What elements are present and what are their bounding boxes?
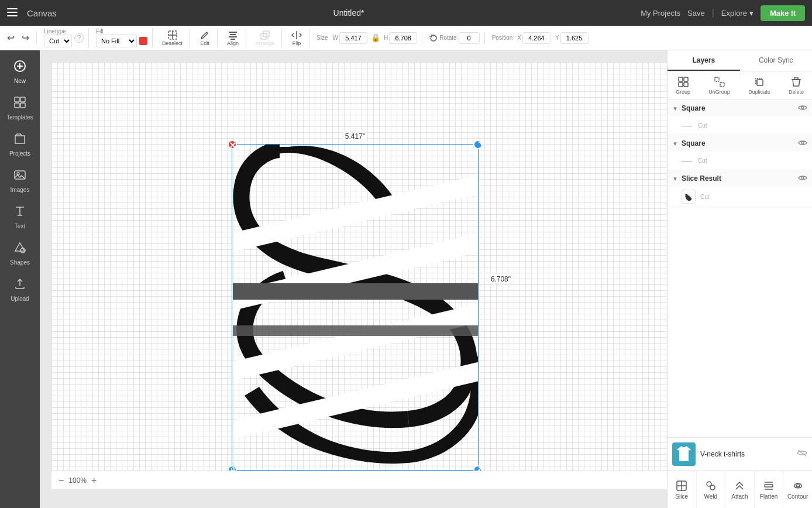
rotate-input[interactable] — [459, 32, 480, 44]
slice-icon — [676, 480, 687, 492]
letter-s-svg — [233, 144, 479, 469]
visibility-icon-1[interactable] — [798, 104, 807, 113]
sidebar-item-new[interactable]: New — [3, 55, 37, 89]
svg-point-40 — [801, 177, 804, 179]
left-sidebar: New Templates Projects — [0, 50, 40, 508]
flatten-button[interactable]: Flatten — [755, 471, 784, 508]
svg-rect-2 — [7, 15, 18, 16]
eye-icon-2 — [798, 139, 807, 146]
redo-button[interactable]: ↪ — [19, 31, 32, 44]
weld-icon — [705, 480, 717, 492]
tab-colorsync[interactable]: Color Sync — [740, 50, 813, 71]
slice-label: Slice — [675, 493, 688, 500]
upload-icon — [13, 277, 26, 294]
make-it-button[interactable]: Make It — [761, 5, 805, 21]
eye-slash-icon — [797, 449, 807, 457]
width-input[interactable] — [339, 32, 367, 44]
duplicate-label: Duplicate — [748, 89, 770, 95]
layer1-type: Cut — [698, 122, 707, 129]
slice-button[interactable]: Slice — [668, 471, 697, 508]
app-logo: Canvas — [27, 8, 57, 18]
zoom-out-button[interactable]: − — [59, 475, 64, 486]
material-name-label: V-neck t-shirts — [700, 450, 792, 458]
canvas-area[interactable]: 0 1 2 3 4 5 6 7 8 9 10 11 12 13 14 2 3 — [40, 50, 667, 508]
fill-color-swatch[interactable] — [139, 37, 147, 45]
sidebar-item-templates[interactable]: Templates — [3, 91, 37, 125]
group-button[interactable]: Group — [672, 75, 694, 96]
sidebar-item-text[interactable]: Text — [3, 200, 37, 234]
layer-section-1: ▼ Square — Cut — [668, 100, 812, 135]
sidebar-item-shapes[interactable]: Shapes — [3, 236, 37, 270]
zoom-in-button[interactable]: + — [91, 475, 97, 486]
visibility-icon-3[interactable] — [798, 174, 807, 183]
layer-section-2-header[interactable]: ▼ Square — [668, 135, 812, 152]
canvas-artwork[interactable] — [233, 144, 479, 471]
weld-button[interactable]: Weld — [697, 471, 726, 508]
align-group: Align — [225, 29, 246, 47]
edit-group: Edit — [197, 29, 218, 47]
attach-button[interactable]: Attach — [725, 471, 755, 508]
svg-rect-17 — [15, 103, 19, 108]
layer1-name: Square — [682, 104, 794, 112]
sidebar-item-images[interactable]: Images — [3, 164, 37, 198]
position-x-input[interactable] — [522, 32, 550, 44]
text-label: Text — [15, 223, 25, 229]
width-dimension-label: 5.417" — [343, 132, 367, 141]
material-hide-icon[interactable] — [797, 449, 807, 459]
svg-rect-31 — [679, 77, 683, 81]
ungroup-label: UnGroup — [708, 89, 730, 95]
linetype-help-icon[interactable]: ? — [74, 33, 84, 43]
tab-layers[interactable]: Layers — [668, 50, 740, 71]
eye-icon-3 — [798, 174, 807, 181]
lock-icon[interactable]: 🔒 — [371, 33, 380, 42]
layer-section-1-header[interactable]: ▼ Square — [668, 100, 812, 116]
save-button[interactable]: Save — [687, 9, 705, 18]
align-button[interactable]: Align — [225, 29, 241, 47]
layer-section-3-header[interactable]: ▼ Slice Result — [668, 170, 812, 187]
visibility-icon-2[interactable] — [798, 139, 807, 148]
layer2-type: Cut — [698, 157, 707, 164]
zoom-level-label: 100% — [68, 476, 87, 485]
layer-item-1[interactable]: — Cut — [668, 116, 812, 135]
shapes-label: Shapes — [10, 259, 30, 266]
explore-arrow-icon: ▾ — [749, 9, 753, 18]
layer-item-3[interactable]: Cut — [668, 187, 812, 207]
svg-rect-11 — [263, 31, 269, 37]
height-dimension-label: 6.708" — [488, 274, 513, 284]
edit-button[interactable]: Edit — [197, 29, 212, 47]
sidebar-item-projects[interactable]: Projects — [3, 128, 37, 162]
dash-icon-1: — — [682, 119, 692, 132]
canvas-title: Untitled* — [66, 8, 631, 18]
layer-item-2[interactable]: — Cut — [668, 152, 812, 170]
contour-button[interactable]: Contour — [783, 471, 812, 508]
plus-icon — [13, 60, 26, 76]
my-projects-link[interactable]: My Projects — [641, 9, 680, 18]
layer3-type: Cut — [700, 194, 710, 200]
height-input[interactable] — [389, 32, 417, 44]
material-thumbnail — [672, 442, 696, 466]
flip-button[interactable]: Flip — [289, 29, 304, 47]
menu-icon[interactable] — [7, 7, 18, 19]
canvas-grid[interactable]: 0 1 2 3 4 5 6 7 8 9 10 11 12 13 14 2 3 — [51, 62, 667, 489]
arrange-button[interactable]: Arrange — [253, 29, 277, 47]
duplicate-button[interactable]: Duplicate — [745, 75, 774, 96]
undo-button[interactable]: ↩ — [5, 31, 17, 44]
fill-select[interactable]: No Fill — [96, 35, 137, 47]
slice-result-icon — [683, 191, 694, 202]
zoom-bar: − 100% + — [51, 471, 667, 489]
linetype-select[interactable]: Cut — [44, 35, 72, 47]
deselect-group: Deselect — [160, 29, 190, 47]
deselect-button[interactable]: Deselect — [160, 29, 185, 47]
images-icon — [13, 169, 26, 185]
group-icon — [677, 76, 689, 88]
ungroup-button[interactable]: UnGroup — [705, 75, 734, 96]
bottom-action-bar: Slice Weld Attach — [668, 471, 812, 508]
explore-link[interactable]: Explore ▾ — [721, 9, 753, 18]
sidebar-item-upload[interactable]: Upload — [3, 273, 37, 307]
delete-button[interactable]: Delete — [785, 75, 807, 96]
material-panel: V-neck t-shirts — [668, 437, 812, 471]
svg-line-24 — [233, 302, 479, 378]
contour-icon — [792, 480, 804, 492]
delete-icon — [790, 76, 802, 88]
position-y-input[interactable] — [560, 32, 589, 44]
